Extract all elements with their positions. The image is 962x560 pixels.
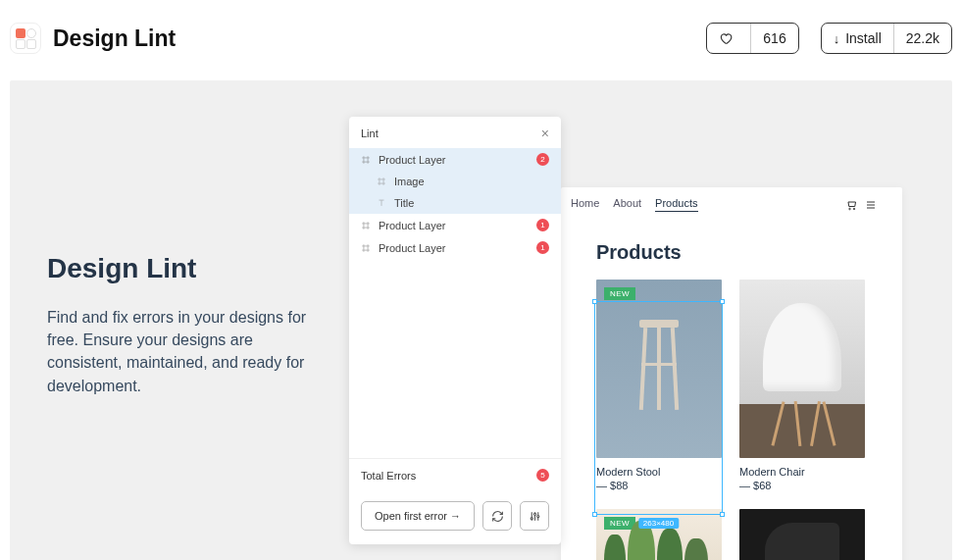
hero: Design Lint Find and fix errors in your … xyxy=(10,80,952,560)
svg-point-1 xyxy=(853,208,855,210)
layer-row-child[interactable]: Title xyxy=(349,192,561,214)
product-card[interactable]: Modern Chair — $68 xyxy=(739,280,865,491)
product-price: — $88 xyxy=(596,480,722,491)
error-count-badge: 2 xyxy=(536,153,549,166)
app-title: Design Lint xyxy=(53,25,176,52)
header-actions: 616 ↓ Install 22.2k xyxy=(706,23,952,54)
total-errors-label: Total Errors xyxy=(361,470,416,482)
product-title: Modern Stool xyxy=(596,466,722,478)
error-count-badge: 1 xyxy=(536,219,549,231)
lint-panel-title: Lint xyxy=(361,127,379,139)
install-count: 22.2k xyxy=(893,24,951,53)
lint-total-row: Total Errors 5 xyxy=(349,458,561,491)
menu-icon[interactable] xyxy=(865,199,877,211)
layer-name: Product Layer xyxy=(379,220,529,231)
layer-name: Image xyxy=(394,176,549,187)
product-card[interactable]: NEW Modern Stool — $88 xyxy=(596,280,722,491)
page-header: Design Lint 616 ↓ Install 22.2k xyxy=(0,0,962,59)
hero-desc: Find and fix errors in your designs for … xyxy=(47,306,312,397)
likes-pill[interactable]: 616 xyxy=(706,23,798,54)
nav-home[interactable]: Home xyxy=(571,197,599,212)
close-icon[interactable]: × xyxy=(541,127,549,140)
sliders-icon xyxy=(529,510,541,523)
svg-point-3 xyxy=(533,513,535,515)
product-price: — $68 xyxy=(739,480,865,491)
app-icon xyxy=(10,23,41,54)
layer-row-child[interactable]: Image xyxy=(349,171,561,192)
new-badge: NEW xyxy=(604,287,635,300)
layer-name: Title xyxy=(394,197,549,209)
frame-icon xyxy=(361,243,371,253)
total-errors-badge: 5 xyxy=(536,469,549,482)
frame-icon xyxy=(361,155,371,165)
settings-button[interactable] xyxy=(520,501,549,531)
cart-icon[interactable] xyxy=(845,199,857,211)
open-first-error-button[interactable]: Open first error → xyxy=(361,501,475,531)
svg-point-0 xyxy=(849,208,851,210)
layer-row[interactable]: Product Layer 2 xyxy=(349,148,561,171)
nav-products[interactable]: Products xyxy=(655,197,697,212)
likes-count: 616 xyxy=(750,24,797,53)
svg-point-4 xyxy=(536,515,538,517)
product-title: Modern Chair xyxy=(739,466,865,478)
nav-about[interactable]: About xyxy=(613,197,641,212)
product-image xyxy=(739,509,865,560)
product-image xyxy=(739,280,865,458)
lint-panel: Lint × Product Layer 2 Image Title Produ… xyxy=(349,117,561,544)
heart-icon xyxy=(719,31,733,45)
mock-heading: Products xyxy=(561,220,902,280)
refresh-icon xyxy=(491,510,504,523)
install-pill[interactable]: ↓ Install 22.2k xyxy=(821,23,952,54)
layer-name: Product Layer xyxy=(379,154,529,166)
frame-icon xyxy=(361,221,371,230)
frame-icon xyxy=(377,177,386,186)
product-card[interactable] xyxy=(739,509,865,560)
layer-row[interactable]: Product Layer 1 xyxy=(349,214,561,236)
layer-row[interactable]: Product Layer 1 xyxy=(349,236,561,259)
product-card[interactable]: NEW xyxy=(596,509,722,560)
product-image: NEW xyxy=(596,280,722,458)
header-left: Design Lint xyxy=(10,23,176,54)
svg-point-2 xyxy=(531,517,532,519)
hero-copy: Design Lint Find and fix errors in your … xyxy=(47,253,312,397)
mock-nav: Home About Products xyxy=(561,187,902,220)
product-mock-window: Home About Products Products NEW Modern … xyxy=(561,187,902,560)
product-image: NEW xyxy=(596,509,722,560)
refresh-button[interactable] xyxy=(482,501,512,531)
error-count-badge: 1 xyxy=(536,241,549,254)
install-label: Install xyxy=(845,30,882,46)
hero-title: Design Lint xyxy=(47,253,312,284)
layer-name: Product Layer xyxy=(379,242,529,254)
text-icon xyxy=(377,198,386,208)
download-icon: ↓ xyxy=(834,31,840,46)
